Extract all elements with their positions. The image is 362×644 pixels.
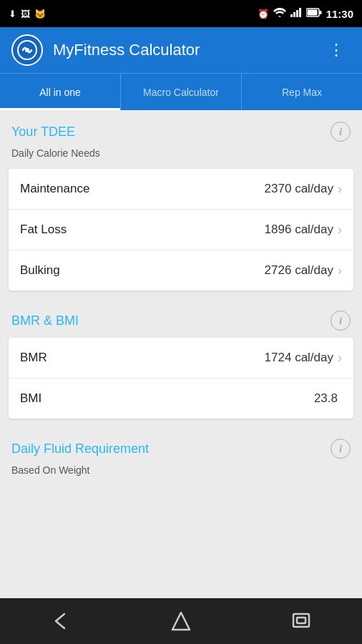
app-logo — [11, 34, 43, 66]
fluid-title: Daily Fluid Requirement — [11, 441, 149, 457]
main-content: Your TDEE i Daily Calorie Needs Maintena… — [0, 110, 362, 598]
status-bar: ⬇ 🖼 🐱 ⏰ 11:30 — [0, 0, 362, 27]
tdee-card: Maintenance 2370 cal/day › Fat Loss 1896… — [9, 169, 353, 291]
maintenance-value: 2370 cal/day — [265, 182, 333, 196]
bmr-row[interactable]: BMR 1724 cal/day › — [9, 338, 353, 379]
svg-marker-9 — [172, 613, 190, 630]
tab-rep-max[interactable]: Rep Max — [242, 74, 362, 110]
recents-button[interactable] — [273, 604, 331, 638]
fat-loss-chevron-icon: › — [338, 223, 342, 236]
svg-rect-11 — [297, 618, 305, 623]
tdee-section-header: Your TDEE i — [0, 110, 362, 146]
image-icon: 🖼 — [21, 9, 30, 19]
app-bar: MyFitness Calculator ⋮ — [0, 27, 362, 73]
bmr-value: 1724 cal/day — [265, 351, 333, 365]
tab-all-in-one[interactable]: All in one — [0, 74, 121, 110]
download-icon: ⬇ — [9, 9, 16, 19]
status-icons-left: ⬇ 🖼 🐱 — [9, 9, 46, 19]
tdee-info-button[interactable]: i — [331, 122, 351, 142]
svg-rect-1 — [293, 12, 295, 17]
home-button[interactable] — [152, 604, 210, 638]
bmr-chevron-icon: › — [338, 351, 342, 364]
bmi-row[interactable]: BMI 23.8 — [9, 379, 353, 419]
bulking-value: 2726 cal/day — [265, 263, 333, 278]
maintenance-row[interactable]: Maintenance 2370 cal/day › — [9, 169, 353, 210]
bulking-label: Bulking — [20, 263, 265, 278]
svg-rect-3 — [299, 8, 301, 17]
tab-macro-calculator[interactable]: Macro Calculator — [121, 74, 242, 110]
bulking-row[interactable]: Bulking 2726 cal/day › — [9, 250, 353, 291]
time-display: 11:30 — [326, 8, 353, 20]
svg-rect-0 — [290, 14, 293, 17]
fluid-info-button[interactable]: i — [331, 439, 351, 459]
bmr-bmi-section-header: BMR & BMI i — [0, 299, 362, 335]
fat-loss-row[interactable]: Fat Loss 1896 cal/day › — [9, 210, 353, 250]
battery-icon — [306, 8, 322, 19]
alarm-icon: ⏰ — [258, 9, 269, 19]
svg-rect-6 — [319, 11, 321, 14]
status-icons-right: ⏰ 11:30 — [258, 8, 353, 20]
svg-rect-2 — [296, 10, 298, 17]
overflow-menu-button[interactable]: ⋮ — [323, 35, 351, 65]
bulking-chevron-icon: › — [338, 264, 342, 277]
cat-icon: 🐱 — [34, 9, 46, 19]
bottom-nav — [0, 598, 362, 644]
tab-bar: All in one Macro Calculator Rep Max — [0, 73, 362, 110]
bmi-label: BMI — [20, 391, 314, 406]
svg-point-8 — [25, 48, 29, 52]
tdee-title: Your TDEE — [11, 125, 75, 140]
bmr-label: BMR — [20, 351, 265, 365]
fluid-subtitle: Based On Weight — [0, 463, 362, 483]
fat-loss-value: 1896 cal/day — [265, 223, 333, 237]
svg-rect-5 — [307, 10, 317, 16]
signal-icon — [290, 8, 302, 19]
bmr-bmi-title: BMR & BMI — [11, 313, 79, 328]
maintenance-label: Maintenance — [20, 182, 265, 196]
wifi-icon — [273, 8, 286, 19]
maintenance-chevron-icon: › — [338, 182, 342, 195]
tdee-subtitle: Daily Calorie Needs — [0, 146, 362, 166]
fluid-section-header: Daily Fluid Requirement i — [0, 427, 362, 463]
bmr-bmi-card: BMR 1724 cal/day › BMI 23.8 — [9, 338, 353, 419]
app-title: MyFitness Calculator — [53, 41, 323, 59]
bmi-value: 23.8 — [314, 391, 338, 406]
fat-loss-label: Fat Loss — [20, 223, 265, 237]
bmr-bmi-info-button[interactable]: i — [331, 311, 351, 331]
svg-rect-10 — [293, 614, 309, 627]
back-button[interactable] — [31, 604, 89, 638]
